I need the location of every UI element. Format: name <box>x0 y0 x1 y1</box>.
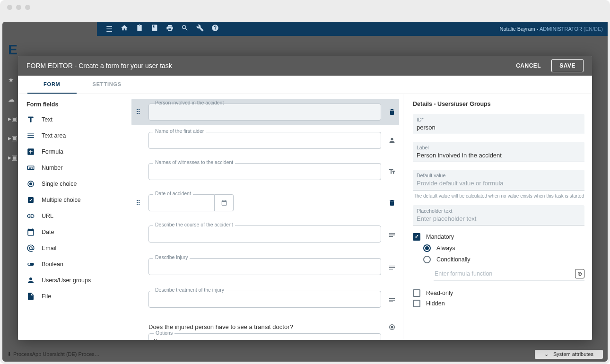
delete-icon[interactable] <box>386 199 398 207</box>
radio-icon <box>423 244 431 252</box>
traffic-light-max[interactable] <box>25 5 30 10</box>
formula-dialog-icon[interactable]: ⊕ <box>575 269 584 278</box>
textarea-icon <box>386 296 398 304</box>
traffic-light-min[interactable] <box>16 5 21 10</box>
course-input[interactable] <box>148 225 381 243</box>
field-type-email[interactable]: Email <box>18 240 122 256</box>
first-aider-input[interactable] <box>148 132 381 149</box>
text-icon <box>26 115 35 124</box>
tab-form[interactable]: FORM <box>27 76 77 94</box>
radio-icon <box>386 323 398 331</box>
calendar-icon[interactable] <box>215 194 234 211</box>
field-label: Date of accident <box>153 191 193 196</box>
home-icon[interactable] <box>117 24 132 34</box>
calendar-icon <box>26 228 35 236</box>
options-box: Options Yes No <box>148 333 381 340</box>
hidden-checkbox[interactable]: Hidden <box>413 300 584 307</box>
detail-default-field[interactable]: Default value <box>413 170 584 190</box>
injury-input[interactable] <box>148 258 381 275</box>
field-type-url[interactable]: URL <box>18 208 122 224</box>
radio-icon <box>26 180 35 188</box>
book-icon[interactable] <box>147 24 162 34</box>
form-editor-modal: FORM EDITOR - Create a form for your use… <box>18 56 592 340</box>
help-icon[interactable] <box>208 24 223 34</box>
user-locale: (EN/DE) <box>584 26 603 32</box>
conditional-formula-field[interactable]: ⊕ <box>434 267 584 281</box>
detail-id-field[interactable]: ID* person <box>413 114 584 134</box>
field-label: Person involved in the accident <box>153 100 226 105</box>
default-hint: The default value will be calculated whe… <box>414 193 584 199</box>
user-info[interactable]: Natalie Bayram - ADMINISTRATOR (EN/DE) <box>500 26 603 32</box>
field-type-multiple-choice[interactable]: Multiple choice <box>18 192 122 208</box>
field-types-panel: Form fields Text Text area Formula 100Nu… <box>18 94 122 340</box>
field-type-formula[interactable]: Formula <box>18 144 122 160</box>
witnesses-input[interactable] <box>148 163 381 180</box>
menu-icon[interactable]: ☰ <box>102 25 117 34</box>
wrench-icon[interactable] <box>192 24 208 34</box>
checkbox-icon <box>26 196 35 204</box>
footer-breadcrumb: ProcessApp Übersicht (DE) Proces… <box>13 351 100 357</box>
drag-handle-icon[interactable]: ⠿ <box>132 199 144 207</box>
detail-placeholder-field[interactable]: Placeholder text <box>413 205 584 225</box>
field-row-treatment[interactable]: ⠿ Describe treatment of the injury <box>131 289 399 311</box>
field-type-number[interactable]: 100Number <box>18 160 122 176</box>
formula-input[interactable] <box>434 270 575 277</box>
svg-point-8 <box>391 326 393 328</box>
field-row-person[interactable]: ⠿ Person involved in the accident <box>131 99 399 125</box>
textarea-icon <box>26 131 35 140</box>
field-type-file[interactable]: File <box>18 288 122 304</box>
field-row-transit-doctor[interactable]: ⠿ Does the injured person have to see a … <box>131 321 399 340</box>
tab-settings[interactable]: SETTINGS <box>77 76 138 94</box>
date-input[interactable] <box>148 194 215 211</box>
field-type-date[interactable]: Date <box>18 224 122 240</box>
system-attributes-panel[interactable]: ⌄ System attributes <box>535 350 603 359</box>
print-icon[interactable] <box>162 24 177 34</box>
person-icon <box>26 276 35 285</box>
field-type-textarea[interactable]: Text area <box>18 128 122 144</box>
radio-conditionally[interactable]: Conditionally <box>423 256 584 263</box>
delete-icon[interactable] <box>386 108 398 116</box>
checkbox-icon <box>413 300 420 307</box>
field-type-text[interactable]: Text <box>18 112 122 128</box>
mandatory-checkbox[interactable]: Mandatory <box>413 233 584 241</box>
field-label: Describe treatment of the injury <box>153 287 226 293</box>
drag-handle-icon[interactable]: ⠿ <box>132 108 144 116</box>
field-row-first-aider[interactable]: ⠿ Name of the first aider <box>131 130 399 151</box>
field-label: Name of the first aider <box>153 128 206 134</box>
details-heading: Details - Users/user Groups <box>413 101 584 107</box>
field-row-injury[interactable]: ⠿ Describe injury <box>131 256 399 278</box>
detail-default-input[interactable] <box>417 179 581 188</box>
field-row-date[interactable]: ⠿ Date of accident <box>131 192 399 213</box>
readonly-checkbox[interactable]: Read-only <box>413 289 584 297</box>
form-fields-heading: Form fields <box>26 101 122 108</box>
field-row-witnesses[interactable]: ⠿ Names of witnesses to the accident <box>131 161 399 182</box>
option-yes: Yes <box>154 338 376 340</box>
textarea-icon <box>386 264 398 271</box>
treatment-input[interactable] <box>148 291 381 308</box>
save-button[interactable]: SAVE <box>551 59 584 72</box>
window-titlebar <box>0 0 610 14</box>
form-canvas: ⠿ Person involved in the accident ⠿ Name… <box>122 94 403 340</box>
svg-text:100: 100 <box>29 166 33 169</box>
number-icon: 100 <box>26 164 35 172</box>
search-icon[interactable] <box>177 24 192 34</box>
detail-placeholder-input[interactable] <box>417 215 581 223</box>
clipboard-icon[interactable] <box>132 24 147 34</box>
field-label: Describe injury <box>153 254 190 260</box>
radio-icon <box>423 256 431 263</box>
field-type-users[interactable]: Users/User groups <box>18 272 122 288</box>
question-text: Does the injured person have to see a tr… <box>148 323 381 330</box>
detail-id-value: person <box>417 124 436 131</box>
radio-always[interactable]: Always <box>423 244 584 252</box>
cancel-button[interactable]: CANCEL <box>510 60 547 72</box>
field-type-single-choice[interactable]: Single choice <box>18 176 122 192</box>
person-input[interactable] <box>148 104 381 121</box>
traffic-light-close[interactable] <box>7 5 12 10</box>
field-row-course[interactable]: ⠿ Describe the course of the accident <box>131 224 399 246</box>
field-type-boolean[interactable]: Boolean <box>18 256 122 272</box>
text-icon <box>386 168 398 175</box>
user-role: ADMINISTRATOR <box>540 26 582 32</box>
detail-label-field[interactable]: Label Person involved in the accident <box>413 142 584 162</box>
app-background: ☰ Natalie Bayram <box>2 22 608 362</box>
checkbox-icon <box>413 289 420 297</box>
